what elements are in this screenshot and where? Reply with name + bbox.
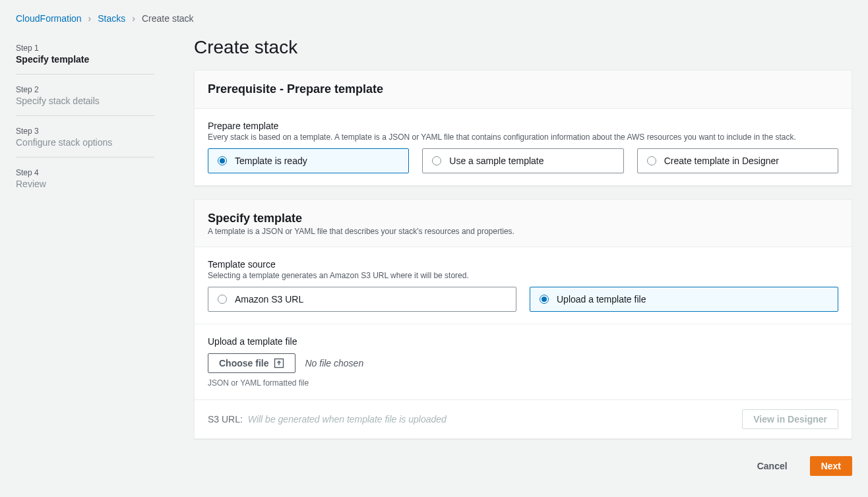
tile-upload-file[interactable]: Upload a template file (530, 287, 838, 312)
wizard-step-num: Step 2 (16, 85, 154, 94)
wizard-step-title: Review (16, 179, 154, 189)
wizard-step-4[interactable]: Step 4 Review (16, 164, 154, 198)
radio-icon (218, 156, 227, 165)
next-button[interactable]: Next (810, 456, 852, 476)
s3-url-value: Will be generated when template file is … (248, 414, 447, 424)
panel-prerequisite: Prerequisite - Prepare template Prepare … (194, 70, 852, 186)
breadcrumb-current: Create stack (142, 13, 194, 24)
breadcrumb-stacks[interactable]: Stacks (98, 13, 125, 24)
wizard-step-num: Step 4 (16, 168, 154, 177)
prepare-template-options: Template is ready Use a sample template … (208, 148, 838, 173)
tile-label: Template is ready (235, 156, 307, 166)
tile-label: Use a sample template (449, 156, 543, 166)
wizard-step-title: Specify template (16, 54, 154, 65)
wizard-nav: Step 1 Specify template Step 2 Specify s… (16, 37, 154, 489)
tile-template-ready[interactable]: Template is ready (208, 148, 409, 173)
panel-specify-template: Specify template A template is a JSON or… (194, 199, 852, 439)
template-source-label: Template source (208, 259, 838, 270)
template-source-options: Amazon S3 URL Upload a template file (208, 287, 838, 312)
page-title: Create stack (194, 37, 852, 58)
specify-heading: Specify template (208, 212, 838, 225)
breadcrumb: CloudFormation › Stacks › Create stack (16, 13, 852, 24)
wizard-step-num: Step 3 (16, 127, 154, 136)
choose-file-label: Choose file (219, 358, 268, 368)
wizard-step-2[interactable]: Step 2 Specify stack details (16, 81, 154, 116)
tile-sample-template[interactable]: Use a sample template (422, 148, 623, 173)
main-content: Create stack Prerequisite - Prepare temp… (194, 37, 852, 489)
radio-icon (647, 156, 656, 165)
cancel-button[interactable]: Cancel (747, 456, 798, 476)
prepare-template-label: Prepare template (208, 121, 838, 131)
file-format-hint: JSON or YAML formatted file (208, 378, 838, 388)
choose-file-button[interactable]: Choose file (208, 353, 295, 373)
wizard-step-1[interactable]: Step 1 Specify template (16, 40, 154, 74)
wizard-step-title: Specify stack details (16, 96, 154, 106)
wizard-step-3[interactable]: Step 3 Configure stack options (16, 123, 154, 158)
wizard-step-num: Step 1 (16, 44, 154, 53)
page-actions: Cancel Next (194, 452, 852, 489)
s3-url-row: S3 URL: Will be generated when template … (208, 414, 447, 424)
upload-icon (274, 358, 284, 368)
tile-designer[interactable]: Create template in Designer (637, 148, 838, 173)
radio-icon (432, 156, 441, 165)
tile-label: Upload a template file (557, 294, 646, 305)
tile-label: Amazon S3 URL (235, 294, 303, 305)
specify-sub: A template is a JSON or YAML file that d… (208, 227, 838, 236)
tile-s3-url[interactable]: Amazon S3 URL (208, 287, 516, 312)
wizard-step-title: Configure stack options (16, 137, 154, 148)
divider (195, 324, 852, 324)
chevron-right-icon: › (88, 13, 92, 24)
tile-label: Create template in Designer (664, 156, 779, 166)
chevron-right-icon: › (132, 13, 135, 24)
s3-url-label: S3 URL: (208, 414, 243, 424)
no-file-chosen: No file chosen (305, 358, 363, 368)
radio-icon (540, 295, 549, 304)
breadcrumb-cloudformation[interactable]: CloudFormation (16, 13, 82, 24)
prereq-heading: Prerequisite - Prepare template (208, 82, 838, 96)
upload-label: Upload a template file (208, 336, 838, 347)
view-in-designer-button[interactable]: View in Designer (742, 409, 838, 429)
radio-icon (218, 295, 227, 304)
template-source-desc: Selecting a template generates an Amazon… (208, 271, 838, 280)
prepare-template-desc: Every stack is based on a template. A te… (208, 132, 838, 142)
